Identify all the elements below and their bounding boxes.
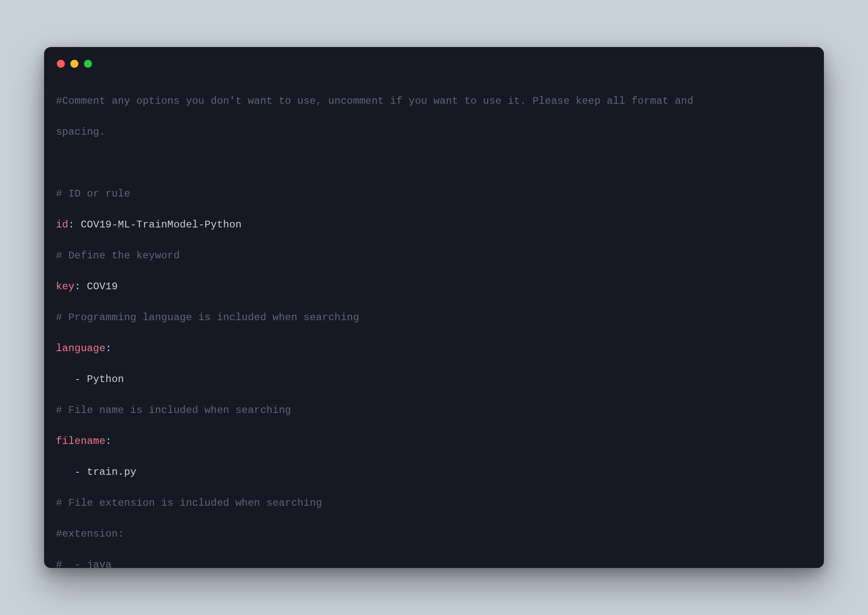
key-language: language xyxy=(56,343,106,354)
key-id: id xyxy=(56,219,68,230)
colon: : xyxy=(68,219,75,230)
comment-header-2: spacing. xyxy=(56,126,106,138)
maximize-icon[interactable] xyxy=(84,60,92,68)
dash: - xyxy=(75,466,81,478)
comment-language: # Programming language is included when … xyxy=(56,312,359,323)
code-block: #Comment any options you don't want to u… xyxy=(56,78,812,568)
value-filename-0: train.py xyxy=(87,466,136,478)
terminal-window: #Comment any options you don't want to u… xyxy=(44,47,824,568)
window-controls xyxy=(56,57,812,78)
value-id xyxy=(75,219,81,230)
comment-key: # Define the keyword xyxy=(56,250,180,261)
key-key: key xyxy=(56,281,75,292)
colon: : xyxy=(106,435,112,447)
value-key: COV19 xyxy=(87,281,118,292)
colon: : xyxy=(75,281,81,292)
dash: - xyxy=(75,374,81,385)
value-id-text: COV19-ML-TrainModel-Python xyxy=(81,219,242,230)
comment-header-1: #Comment any options you don't want to u… xyxy=(56,95,700,107)
comment-extension-0: # - java xyxy=(56,559,111,568)
comment-filename: # File name is included when searching xyxy=(56,404,291,416)
key-filename: filename xyxy=(56,435,106,447)
comment-extension-key: #extension: xyxy=(56,528,124,540)
close-icon[interactable] xyxy=(57,60,65,68)
minimize-icon[interactable] xyxy=(70,60,78,68)
colon: : xyxy=(106,343,112,354)
comment-extension: # File extension is included when search… xyxy=(56,497,322,509)
value-language-0: Python xyxy=(87,374,124,385)
comment-id: # ID or rule xyxy=(56,188,130,199)
